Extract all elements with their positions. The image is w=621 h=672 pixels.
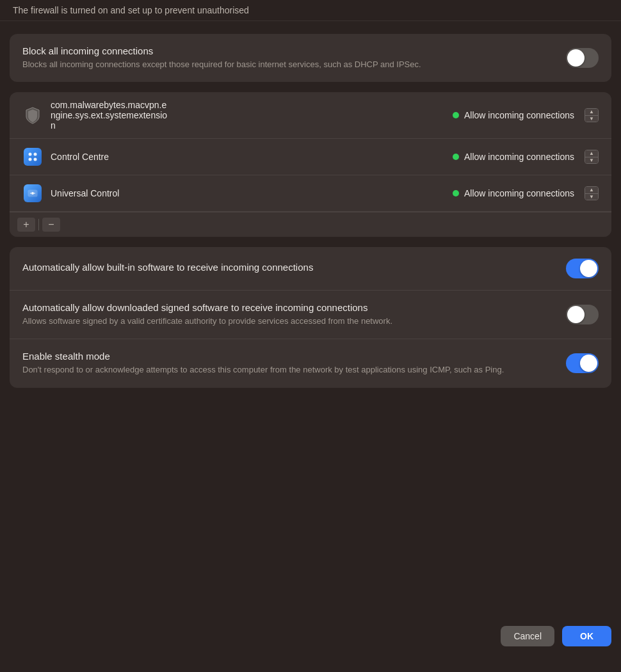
malwarebytes-permission: Allow incoming connections ▲ ▼ [453,108,599,122]
auto-builtin-content: Automatically allow built-in software to… [22,262,553,275]
top-bar: The firewall is turned on and set up to … [0,0,621,21]
control-centre-permission: Allow incoming connections ▲ ▼ [453,150,599,164]
malwarebytes-status-dot [453,112,459,118]
ok-button[interactable]: OK [562,626,611,646]
control-centre-stepper[interactable]: ▲ ▼ [585,150,599,164]
auto-signed-desc: Allows software signed by a valid certif… [22,316,553,327]
auto-builtin-toggle[interactable] [566,259,599,278]
control-centre-stepper-up[interactable]: ▲ [585,150,598,157]
block-connections-row: Block all incoming connections Blocks al… [10,34,611,82]
cancel-button[interactable]: Cancel [501,626,554,646]
svg-point-3 [34,158,37,161]
top-bar-text: The firewall is turned on and set up to … [13,5,249,15]
block-connections-toggle[interactable] [566,48,599,68]
remove-app-button[interactable]: − [42,218,60,232]
add-app-button[interactable]: + [17,218,35,232]
universal-control-stepper[interactable]: ▲ ▼ [585,186,599,200]
control-centre-status-dot [453,154,459,160]
svg-point-0 [29,153,32,156]
universal-control-icon [22,183,43,204]
control-centre-stepper-down[interactable]: ▼ [585,157,598,164]
auto-signed-title: Automatically allow downloaded signed so… [22,302,553,313]
malwarebytes-name: com.malwarebytes.macvpn.engine.sys.ext.s… [51,100,453,131]
block-connections-toggle-knob [567,49,585,67]
app-list-toolbar: + − [10,212,611,237]
universal-control-name: Universal Control [51,188,453,198]
stealth-mode-title: Enable stealth mode [22,351,553,362]
universal-control-permission: Allow incoming connections ▲ ▼ [453,186,599,200]
svg-point-1 [34,153,37,156]
stealth-mode-content: Enable stealth mode Don't respond to or … [22,351,553,376]
universal-control-permission-text: Allow incoming connections [464,188,574,198]
app-row-control-centre: Control Centre Allow incoming connection… [10,139,611,175]
auto-signed-toggle[interactable] [566,305,599,324]
svg-point-5 [31,192,34,195]
auto-builtin-toggle-knob [580,260,597,277]
bottom-actions: Cancel OK [10,613,611,672]
stealth-mode-desc: Don't respond to or acknowledge attempts… [22,364,553,376]
app-row-malwarebytes: com.malwarebytes.macvpn.engine.sys.ext.s… [10,92,611,139]
block-connections-title: Block all incoming connections [22,45,553,56]
universal-control-stepper-down[interactable]: ▼ [585,194,598,200]
options-card: Automatically allow built-in software to… [10,247,611,387]
auto-signed-content: Automatically allow downloaded signed so… [22,302,553,327]
stealth-mode-toggle-knob [580,355,597,372]
control-centre-icon [22,147,43,167]
auto-signed-toggle-knob [567,306,585,323]
app-list-card: com.malwarebytes.macvpn.engine.sys.ext.s… [10,92,611,237]
stealth-mode-toggle[interactable] [566,353,599,373]
svg-point-2 [29,158,32,161]
universal-control-app-icon [24,184,42,202]
toolbar-divider [38,219,39,230]
malwarebytes-stepper[interactable]: ▲ ▼ [585,108,599,122]
auto-builtin-title: Automatically allow built-in software to… [22,262,553,273]
block-connections-content: Block all incoming connections Blocks al… [22,45,553,70]
malwarebytes-icon [22,105,43,125]
block-connections-card: Block all incoming connections Blocks al… [10,34,611,82]
stealth-mode-row: Enable stealth mode Don't respond to or … [10,339,611,387]
universal-control-status-dot [453,190,459,196]
universal-control-stepper-up[interactable]: ▲ [585,187,598,194]
auto-builtin-row: Automatically allow built-in software to… [10,247,611,291]
app-row-universal-control: Universal Control Allow incoming connect… [10,175,611,212]
malwarebytes-stepper-down[interactable]: ▼ [585,116,598,122]
control-centre-permission-text: Allow incoming connections [464,152,574,162]
block-connections-desc: Blocks all incoming connections except t… [22,59,553,70]
malwarebytes-stepper-up[interactable]: ▲ [585,109,598,116]
auto-signed-row: Automatically allow downloaded signed so… [10,291,611,339]
main-content: Block all incoming connections Blocks al… [10,34,611,388]
control-centre-app-icon [24,148,42,166]
malwarebytes-permission-text: Allow incoming connections [464,110,574,120]
control-centre-name: Control Centre [51,152,453,162]
